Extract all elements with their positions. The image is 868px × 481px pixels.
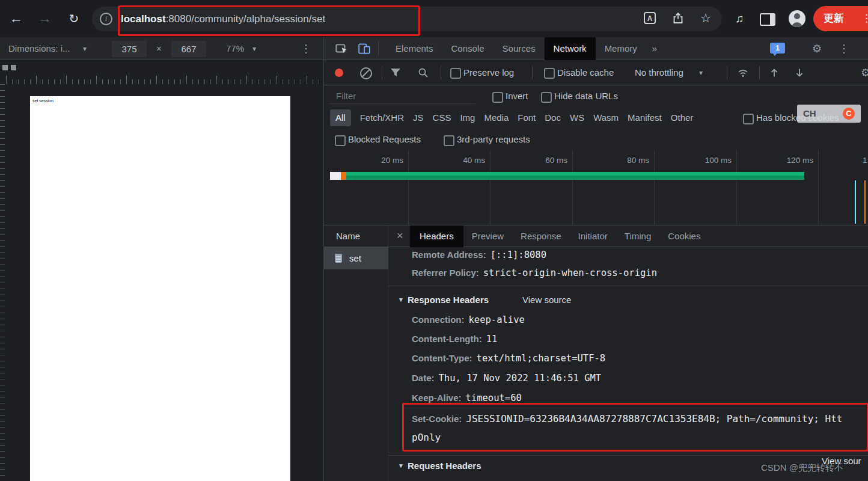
record-button[interactable]: [335, 69, 343, 77]
throttling-dropdown[interactable]: No throttling: [635, 60, 683, 85]
type-filter-other[interactable]: Other: [671, 109, 694, 126]
tab-cookies[interactable]: Cookies: [659, 225, 709, 247]
tab-overflow-icon[interactable]: »: [646, 37, 663, 60]
back-button[interactable]: ←: [7, 10, 25, 28]
close-details-icon[interactable]: ×: [397, 225, 403, 247]
translate-icon[interactable]: A: [644, 12, 656, 24]
timeline-gridline: [654, 150, 655, 225]
tab-timing[interactable]: Timing: [616, 225, 659, 247]
site-info-icon[interactable]: i: [100, 13, 112, 25]
hide-data-urls-checkbox[interactable]: [541, 92, 552, 103]
header-row-content-length: Content-Length:11: [412, 331, 864, 347]
headers-panel-content[interactable]: Remote Address:[::1]:8080 Referrer Polic…: [388, 247, 868, 481]
clear-network-log-icon[interactable]: [360, 67, 372, 79]
tab-initiator[interactable]: Initiator: [570, 225, 616, 247]
tab-elements[interactable]: Elements: [387, 37, 442, 60]
request-name-label: set: [349, 247, 361, 269]
bookmark-star-icon[interactable]: ☆: [700, 12, 711, 24]
network-overview-timeline[interactable]: 20 ms 40 ms 60 ms 80 ms 100 ms 120 ms 1: [324, 150, 868, 225]
type-filter-font[interactable]: Font: [518, 109, 536, 126]
reload-button[interactable]: ↻: [65, 10, 83, 28]
type-filter-fetch-xhr[interactable]: Fetch/XHR: [360, 109, 404, 126]
device-toolbar-toggle-icon[interactable]: [358, 42, 371, 55]
tab-memory[interactable]: Memory: [596, 37, 646, 60]
toolbar-divider: [759, 66, 760, 79]
profile-avatar[interactable]: [789, 10, 805, 27]
third-party-requests-checkbox[interactable]: [444, 135, 454, 146]
invert-checkbox[interactable]: [492, 92, 503, 103]
type-filter-ws[interactable]: WS: [570, 109, 584, 126]
address-bar[interactable]: i localhost:8080/community/alpha/session…: [92, 7, 722, 31]
filter-icon[interactable]: [390, 68, 401, 78]
browser-menu-icon[interactable]: ⋮: [861, 6, 868, 31]
emulated-page[interactable]: set session: [30, 96, 290, 481]
type-filter-wasm[interactable]: Wasm: [593, 109, 619, 126]
preserve-log-label: Preserve log: [463, 60, 514, 85]
disclosure-triangle-icon[interactable]: ▼: [398, 459, 404, 473]
details-tabs: Headers Preview Response Initiator Timin…: [410, 225, 709, 247]
timeline-tick-label: 20 ms: [367, 150, 403, 171]
section-divider: [388, 455, 868, 456]
page-content-text: set session: [32, 99, 53, 103]
requests-name-column: Name set: [324, 225, 388, 481]
omnibox-actions: A ☆: [644, 12, 711, 24]
device-toolbar-menu-icon[interactable]: ⋮: [301, 37, 311, 60]
view-source-link[interactable]: View source: [522, 293, 571, 307]
section-divider: [388, 286, 868, 286]
issues-badge[interactable]: 1: [770, 43, 785, 54]
blocked-requests-checkbox[interactable]: [335, 135, 346, 146]
disclosure-triangle-icon[interactable]: ▼: [398, 293, 404, 307]
search-icon[interactable]: [418, 67, 429, 78]
device-height-input[interactable]: [171, 41, 206, 57]
preserve-log-checkbox[interactable]: [450, 68, 461, 79]
update-button[interactable]: 更新 ⋮: [813, 6, 868, 31]
dimensions-multiply-label: ×: [156, 37, 162, 60]
zoom-dropdown[interactable]: 77%: [226, 37, 244, 60]
type-filter-media[interactable]: Media: [484, 109, 509, 126]
response-headers-section-header[interactable]: ▼ Response Headers View source: [388, 293, 868, 307]
type-filter-manifest[interactable]: Manifest: [628, 109, 662, 126]
dimensions-dropdown[interactable]: Dimensions: i...: [8, 37, 70, 60]
devtools-menu-icon[interactable]: ⋮: [839, 37, 849, 60]
header-value: text/html;charset=UTF-8: [477, 353, 606, 364]
tab-preview[interactable]: Preview: [463, 225, 512, 247]
request-details-tabbar: × Headers Preview Response Initiator Tim…: [388, 225, 868, 247]
type-filter-css[interactable]: CSS: [433, 109, 451, 126]
network-settings-gear-icon[interactable]: ⚙: [861, 60, 868, 85]
timeline-gridline: [736, 150, 737, 225]
overview-bar-waiting-segment: [330, 172, 341, 180]
timeline-tick-label: 60 ms: [531, 150, 567, 171]
side-panel-icon[interactable]: [760, 13, 775, 26]
inspect-element-icon[interactable]: [335, 42, 348, 55]
has-blocked-cookies-checkbox[interactable]: [743, 114, 754, 124]
media-controls-icon[interactable]: ♫: [730, 10, 748, 28]
type-filter-js[interactable]: JS: [413, 109, 424, 126]
throttling-caret-icon: ▾: [699, 60, 703, 85]
response-headers-title: Response Headers: [408, 293, 489, 307]
import-har-icon[interactable]: [769, 67, 780, 78]
tab-headers[interactable]: Headers: [410, 225, 463, 247]
devtools-settings-gear-icon[interactable]: ⚙: [812, 37, 822, 60]
type-filter-img[interactable]: Img: [460, 109, 475, 126]
filter-input[interactable]: [330, 88, 475, 104]
tab-sources[interactable]: Sources: [494, 37, 545, 60]
dimensions-caret-icon: ▾: [83, 37, 87, 60]
name-column-header[interactable]: Name: [324, 225, 388, 247]
screenshot-badge-text: CH: [803, 105, 816, 123]
network-conditions-icon[interactable]: [738, 67, 748, 78]
tab-response[interactable]: Response: [512, 225, 570, 247]
type-filter-all[interactable]: All: [330, 109, 351, 126]
timeline-gridline: [572, 150, 573, 225]
forward-button[interactable]: →: [36, 10, 54, 28]
request-row-selected[interactable]: set: [324, 247, 388, 269]
tab-network[interactable]: Network: [545, 37, 596, 60]
tab-console[interactable]: Console: [442, 37, 494, 60]
overview-bar-green-segment: [346, 172, 804, 180]
type-filter-doc[interactable]: Doc: [545, 109, 561, 126]
export-har-icon[interactable]: [794, 67, 805, 78]
disable-cache-checkbox[interactable]: [544, 68, 555, 79]
header-row-keep-alive: Keep-Alive:timeout=60: [412, 390, 864, 406]
devtools-panel: Elements Console Sources Network Memory …: [323, 37, 868, 481]
device-width-input[interactable]: [112, 41, 147, 57]
share-icon[interactable]: [672, 12, 684, 24]
